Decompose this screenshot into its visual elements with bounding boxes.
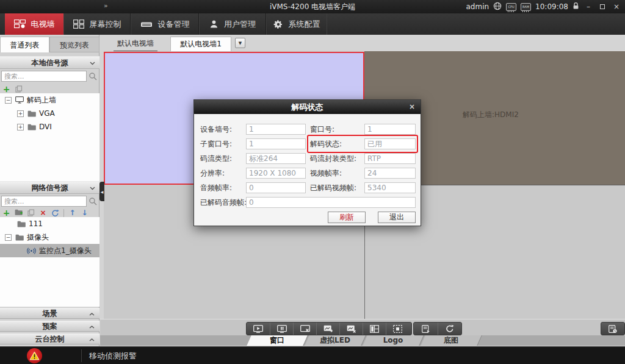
tree-item-label: VGA (39, 109, 55, 118)
search-icon[interactable] (89, 72, 97, 82)
system-config-icon (273, 20, 283, 29)
field-label: 子窗口号: (200, 138, 232, 149)
window-settings-button[interactable] (414, 323, 438, 335)
tab-logo[interactable]: Logo (363, 335, 424, 346)
tree-item-camera-group[interactable]: − 摄像头 (0, 230, 99, 244)
group-header-label: 本地信号源 (32, 59, 68, 67)
tree-item-camera-1[interactable]: 监控点1_摄像头 (0, 244, 99, 257)
screen-control-icon (73, 20, 84, 29)
wall-tab-default[interactable]: 默认电视墙 (114, 38, 157, 51)
expander-expand-icon[interactable]: + (17, 110, 24, 117)
menu-tv-wall[interactable]: 电视墙 (5, 13, 63, 35)
ram-usage-icon: RAM (521, 3, 531, 11)
add-icon[interactable]: + (2, 85, 10, 93)
copy-icon[interactable] (15, 85, 23, 93)
alarm-indicator[interactable] (27, 348, 42, 363)
local-source-toolbar: + (2, 84, 23, 94)
maximize-button[interactable] (598, 2, 607, 12)
tree-item-dvi[interactable]: + DVI (0, 120, 99, 134)
tree-item-vga[interactable]: + VGA (0, 107, 99, 120)
network-signal-source-header[interactable]: 网络信号源 (0, 181, 99, 194)
dialog-close-button[interactable]: × (407, 100, 417, 114)
accordion-ptz-control[interactable]: 云台控制 (0, 334, 99, 344)
enlarge-window-button[interactable] (386, 323, 409, 335)
device-wall-no-field[interactable] (246, 124, 306, 135)
open-image-button[interactable] (316, 323, 339, 335)
menu-label: 屏幕控制 (90, 19, 121, 30)
network-search-input[interactable] (1, 196, 87, 207)
tree-item-decode-wall[interactable]: − 解码上墙 (0, 93, 99, 107)
tab-label: Logo (365, 335, 421, 346)
tree-item-111[interactable]: 111 (0, 217, 99, 230)
exit-button[interactable]: 退出 (378, 212, 416, 223)
expander-expand-icon[interactable]: + (17, 124, 24, 130)
accordion-plan[interactable]: 预案 (0, 321, 99, 332)
lock-icon[interactable] (573, 2, 579, 12)
tab-normal-list[interactable]: 普通列表 (0, 37, 49, 52)
resolution-field[interactable] (246, 168, 306, 179)
collapse-left-icon: ◀ (101, 190, 104, 194)
menu-system-config[interactable]: 系统配置 (266, 13, 327, 35)
accordion-scene[interactable]: 场景 (0, 308, 99, 319)
tab-label: 虚拟LED (307, 335, 363, 346)
close-all-windows-button[interactable] (339, 323, 363, 335)
cpu-usage-icon: CPU (506, 3, 516, 11)
menu-device-management[interactable]: 设备管理 (131, 13, 199, 35)
tab-virtual-led[interactable]: 虚拟LED (305, 335, 366, 346)
tab-base-map[interactable]: 底图 (421, 335, 482, 346)
stream-package-type-field[interactable] (364, 153, 416, 164)
tree-item-label: DVI (39, 123, 52, 131)
close-button[interactable]: × (612, 2, 621, 12)
menu-label: 系统配置 (289, 19, 320, 30)
expander-collapse-icon[interactable]: − (5, 234, 12, 241)
tab-window[interactable]: 窗口 (247, 335, 308, 346)
decoding-status-field[interactable] (364, 138, 416, 149)
add-folder-icon[interactable] (15, 209, 23, 217)
window-no-field[interactable] (364, 124, 416, 135)
field-label: 解码状态: (310, 138, 342, 149)
wall-division-button[interactable] (363, 323, 386, 335)
search-icon[interactable] (89, 197, 97, 207)
image-close-icon (347, 325, 356, 333)
sidebar-collapse-handle[interactable]: ◀ (99, 182, 104, 201)
sub-window-no-field[interactable] (246, 138, 306, 149)
monitor-icon (15, 96, 24, 104)
start-decoding-button[interactable] (247, 323, 270, 335)
menu-screen-control[interactable]: 屏幕控制 (63, 13, 131, 35)
chevron-down-icon (90, 187, 95, 190)
tab-preview-list[interactable]: 预览列表 (49, 37, 99, 52)
accordion-label: 场景 (43, 309, 57, 318)
pause-decoding-button[interactable] (270, 323, 293, 335)
audio-frame-rate-field[interactable] (246, 182, 306, 193)
move-down-icon[interactable]: ↓ (81, 209, 89, 217)
menu-label: 用户管理 (224, 19, 256, 30)
alarm-message[interactable]: 移动侦测报警 (89, 347, 137, 364)
accordion-label: 云台控制 (35, 335, 65, 343)
wall-tab-dropdown-button[interactable]: ▼ (235, 38, 245, 48)
ivms-video-wall-client: » iVMS-4200 电视墙客户端 admin CPU RAM 10:09:0… (0, 0, 625, 364)
layout-icon (370, 325, 379, 333)
copy-icon[interactable] (27, 209, 35, 217)
refresh-icon[interactable] (51, 209, 59, 217)
minimize-button[interactable]: – (583, 2, 593, 12)
field-label: 设备墙号: (200, 124, 232, 135)
wall-toolbar-main (246, 322, 412, 335)
stop-decoding-button[interactable] (293, 323, 316, 335)
decoding-status-button[interactable] (601, 323, 624, 335)
local-signal-source-header[interactable]: 本地信号源 (0, 56, 99, 69)
refresh-button[interactable]: 刷新 (328, 212, 366, 223)
stream-type-field[interactable] (246, 153, 306, 164)
menu-user-management[interactable]: 用户管理 (199, 13, 266, 35)
move-up-icon[interactable]: ↑ (68, 209, 76, 217)
video-frame-rate-field[interactable] (364, 168, 416, 179)
local-search-input[interactable] (1, 71, 87, 82)
status-bar: 移动侦测报警 (0, 346, 625, 364)
add-icon[interactable]: + (2, 209, 10, 217)
expander-collapse-icon[interactable]: − (5, 97, 12, 104)
decoded-audio-frames-field[interactable] (246, 197, 416, 208)
delete-icon[interactable]: × (39, 209, 47, 217)
decode-output-label: 解码上墙:HDMI2 (463, 110, 519, 120)
refresh-wall-button[interactable] (438, 323, 461, 335)
decoded-video-frames-field[interactable] (364, 182, 416, 193)
wall-tab-default1[interactable]: 默认电视墙1 (170, 37, 231, 51)
